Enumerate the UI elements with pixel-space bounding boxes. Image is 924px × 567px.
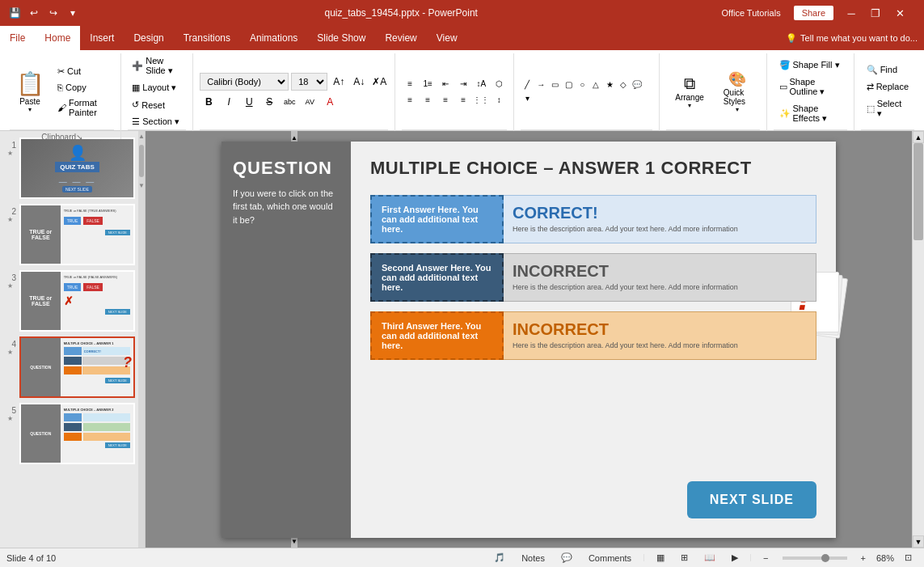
menu-insert[interactable]: Insert bbox=[80, 26, 124, 50]
clear-format-btn[interactable]: ✗A bbox=[370, 73, 388, 91]
shape-btn-triangle[interactable]: △ bbox=[589, 78, 602, 91]
menu-animations[interactable]: Animations bbox=[240, 26, 307, 50]
section-button[interactable]: ☰ Section ▾ bbox=[128, 114, 184, 129]
decrease-indent-btn[interactable]: ⇤ bbox=[437, 76, 454, 91]
share-button[interactable]: Share bbox=[794, 6, 833, 20]
answer-result-1[interactable]: CORRECT! Here is the description area. A… bbox=[500, 195, 816, 243]
slide-thumb-2[interactable]: 2 ★ TRUE or FALSE TRUE or FALSE (TRUE AN… bbox=[3, 204, 135, 265]
answer-result-2[interactable]: INCORRECT Here is the description area. … bbox=[500, 253, 816, 302]
menu-file[interactable]: File bbox=[0, 26, 35, 50]
shape-fill-button[interactable]: 🪣 Shape Fill ▾ bbox=[774, 57, 847, 73]
answer-box-2[interactable]: Second Answer Here. You can add addition… bbox=[370, 253, 504, 302]
shape-btn-callout[interactable]: 💬 bbox=[631, 78, 643, 91]
shape-btn-circle[interactable]: ○ bbox=[576, 78, 589, 91]
office-tutorials-btn[interactable]: Office Tutorials bbox=[715, 6, 787, 19]
slideshow-btn[interactable]: ▶ bbox=[726, 551, 744, 565]
slide-thumb-5[interactable]: 5 ★ QUESTION MULTIPLE CHOICE – ANSWER 2 bbox=[3, 403, 135, 464]
slide-canvas[interactable]: QUESTION If you were to click on the fir… bbox=[222, 142, 836, 538]
reading-view-btn[interactable]: 📖 bbox=[698, 551, 721, 565]
canvas-scroll-thumb-right[interactable] bbox=[913, 143, 923, 240]
layout-button[interactable]: ▦ Layout ▾ bbox=[128, 80, 180, 95]
line-spacing-btn[interactable]: ↕ bbox=[491, 92, 507, 107]
shape-btn-rounded[interactable]: ▢ bbox=[562, 78, 575, 91]
shape-btn-line[interactable]: ╱ bbox=[521, 78, 534, 91]
format-painter-button[interactable]: 🖌 Format Painter bbox=[53, 95, 114, 120]
align-center-btn[interactable]: ≡ bbox=[420, 92, 436, 107]
custom-qat-btn[interactable]: ▾ bbox=[65, 5, 81, 21]
underline-button[interactable]: U bbox=[240, 93, 258, 111]
menu-review[interactable]: Review bbox=[375, 26, 426, 50]
shape-btn-arrow[interactable]: → bbox=[534, 78, 547, 91]
bold-button[interactable]: B bbox=[200, 93, 217, 111]
increase-indent-btn[interactable]: ⇥ bbox=[455, 76, 471, 91]
italic-button[interactable]: I bbox=[220, 93, 238, 111]
slide-scroll-down[interactable]: ▼ bbox=[137, 180, 145, 191]
slide-wrapper-2[interactable]: TRUE or FALSE TRUE or FALSE (TRUE ANSWER… bbox=[19, 204, 135, 265]
menu-design[interactable]: Design bbox=[124, 26, 173, 50]
text-direction-btn[interactable]: ↕A bbox=[473, 76, 489, 91]
slide-scroll-thumb[interactable] bbox=[139, 145, 144, 177]
fit-slide-btn[interactable]: ⊡ bbox=[899, 551, 918, 565]
quick-styles-button[interactable]: 🎨 Quick Styles ▾ bbox=[715, 66, 760, 117]
normal-view-btn[interactable]: ▦ bbox=[651, 551, 670, 565]
answer-box-3[interactable]: Third Answer Here. You can add additiona… bbox=[370, 311, 504, 360]
shape-effects-button[interactable]: ✨ Shape Effects ▾ bbox=[774, 101, 847, 126]
zoom-thumb[interactable] bbox=[821, 554, 829, 562]
save-qat-btn[interactable]: 💾 bbox=[6, 5, 23, 21]
align-left-btn[interactable]: ≡ bbox=[402, 92, 418, 107]
shape-btn-diamond[interactable]: ◇ bbox=[617, 78, 630, 91]
new-slide-button[interactable]: ➕ New Slide ▾ bbox=[128, 53, 186, 78]
zoom-level[interactable]: 68% bbox=[876, 553, 894, 563]
slide-thumb-3[interactable]: 3 ★ TRUE or FALSE TRUE or FALSE (FALSE A… bbox=[3, 270, 135, 332]
arrange-button[interactable]: ⧉ Arrange ▾ bbox=[666, 67, 713, 116]
next-slide-button[interactable]: NEXT SLIDE bbox=[687, 481, 816, 518]
slide-wrapper-5[interactable]: QUESTION MULTIPLE CHOICE – ANSWER 2 bbox=[19, 403, 135, 464]
slide-thumb-4[interactable]: 4 ★ QUESTION MULTIPLE CHOICE – ANSWER 1 bbox=[3, 336, 135, 398]
undo-qat-btn[interactable]: ↩ bbox=[26, 5, 42, 21]
cut-button[interactable]: ✂ Cut bbox=[53, 64, 114, 79]
columns-btn[interactable]: ⋮⋮ bbox=[473, 92, 489, 107]
reset-button[interactable]: ↺ Reset bbox=[128, 97, 169, 112]
zoom-out-btn[interactable]: − bbox=[757, 552, 774, 565]
restore-button[interactable]: ❐ bbox=[864, 3, 887, 23]
slide-thumb-1[interactable]: 1 ★ 👤 QUIZ TABS — — — NEXT SLIDE bbox=[3, 138, 135, 199]
menu-slideshow[interactable]: Slide Show bbox=[307, 26, 375, 50]
shape-btn-star[interactable]: ★ bbox=[603, 78, 616, 91]
strikethrough-button[interactable]: S bbox=[260, 93, 278, 111]
shadow-button[interactable]: abc bbox=[281, 93, 298, 111]
notes-button[interactable]: Notes bbox=[516, 552, 551, 565]
redo-qat-btn[interactable]: ↪ bbox=[45, 5, 61, 21]
paste-button[interactable]: 📋 Paste ▾ bbox=[10, 53, 50, 129]
slide-sorter-btn[interactable]: ⊞ bbox=[675, 551, 694, 565]
shape-outline-button[interactable]: ▭ Shape Outline ▾ bbox=[774, 74, 847, 99]
font-family-select[interactable]: Calibri (Body) bbox=[200, 73, 289, 91]
comments-button[interactable]: Comments bbox=[583, 552, 637, 565]
bullets-btn[interactable]: ≡ bbox=[402, 76, 418, 91]
shape-btn-rect[interactable]: ▭ bbox=[548, 78, 561, 91]
increase-font-btn[interactable]: A↑ bbox=[330, 73, 348, 91]
convert-to-smart-art-btn[interactable]: ⬡ bbox=[491, 76, 507, 91]
zoom-in-btn[interactable]: + bbox=[855, 552, 871, 565]
answer-result-3[interactable]: INCORRECT Here is the description area. … bbox=[500, 311, 816, 360]
slide-wrapper-4[interactable]: QUESTION MULTIPLE CHOICE – ANSWER 1 CORR… bbox=[19, 336, 135, 398]
align-right-btn[interactable]: ≡ bbox=[437, 92, 454, 107]
slide-wrapper-1[interactable]: 👤 QUIZ TABS — — — NEXT SLIDE bbox=[19, 138, 135, 199]
select-button[interactable]: ⬚ Select ▾ bbox=[861, 96, 914, 121]
canvas-scroll-bottom-arrow[interactable]: ▼ bbox=[913, 535, 924, 548]
font-color-btn[interactable]: A bbox=[321, 93, 339, 111]
numbering-btn[interactable]: 1≡ bbox=[420, 76, 436, 91]
justify-btn[interactable]: ≡ bbox=[455, 92, 471, 107]
menu-home[interactable]: Home bbox=[35, 26, 80, 50]
tell-me-text[interactable]: Tell me what you want to do... bbox=[800, 33, 918, 43]
minimize-button[interactable]: ─ bbox=[840, 3, 863, 23]
zoom-slider[interactable] bbox=[783, 556, 847, 560]
find-button[interactable]: 🔍 Find bbox=[861, 62, 914, 78]
close-button[interactable]: ✕ bbox=[888, 3, 911, 23]
menu-view[interactable]: View bbox=[427, 26, 467, 50]
answer-box-1[interactable]: First Answer Here. You can add additiona… bbox=[370, 195, 504, 243]
decrease-font-btn[interactable]: A↓ bbox=[350, 73, 368, 91]
font-size-select[interactable]: 18 bbox=[291, 73, 327, 91]
shape-btn-more[interactable]: ▾ bbox=[521, 92, 534, 105]
copy-button[interactable]: ⎘ Copy bbox=[53, 80, 114, 95]
replace-button[interactable]: ⇄ Replace bbox=[861, 79, 914, 95]
